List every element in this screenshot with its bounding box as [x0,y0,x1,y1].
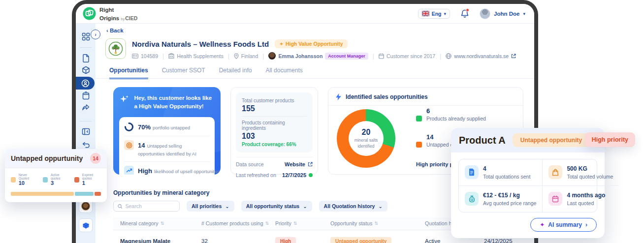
cell-mineral-category: Magnesium Malate [120,238,201,243]
calendar-icon [548,192,562,206]
insight-value: High [138,167,152,175]
legend-label: Products already supplied [426,116,486,122]
organization-logo-icon [81,202,90,211]
sidebar-item-collapse-panel[interactable] [76,128,96,135]
legend-swatch [43,177,48,182]
chevron-down-icon: ▾ [444,11,447,16]
location-pin-icon [234,53,239,59]
language-selector[interactable]: Eng ▾ [418,9,450,19]
ai-insight-card: Hey, this customer looks like a High Val… [113,87,221,175]
search-input[interactable] [126,203,175,209]
stat-value: €12 - €15 / kg [483,192,536,199]
back-button[interactable]: ‹ Back [106,28,124,33]
user-avatar [480,8,490,19]
tab-opportunities[interactable]: Opportunities [109,67,148,79]
user-menu[interactable]: John Doe ▾ [480,8,525,19]
insight-label: portfolio untapped [153,125,190,130]
progress-ring-icon [124,122,134,132]
insight-row-upsell: Highlikelihood of upsell opportunities [124,161,210,175]
money-bag-icon [465,192,479,206]
column-header[interactable]: Priority⇅ [275,220,330,226]
customer-website-link[interactable]: www.nordivanaturals.se [446,53,516,59]
tab-all-documents[interactable]: All documents [265,67,302,79]
stat-label: Total quoted volume [567,174,613,180]
tab-customer-ssot[interactable]: Customer SSOT [162,67,205,79]
sidebar-item-archive[interactable] [76,91,96,100]
meta-separator: | [440,53,441,60]
sidebar-item-undo[interactable] [76,142,96,148]
data-source-value: Website [285,161,305,167]
legend-swatch [11,177,16,182]
filter-label: All priorities [192,203,222,209]
account-manager-role-badge: Account Manager [325,53,368,60]
uk-flag-icon [422,11,429,16]
sidebar-item-share[interactable] [76,104,96,111]
high-value-icon: ✦ [279,41,284,47]
insight-value: 14 [138,142,145,149]
ai-summary-button[interactable]: ✦ AI summary › [530,218,597,232]
bar-segment-never-quoted [11,192,74,196]
popup-header: Untapped oppurtunity 14 [5,149,107,168]
filter-quotation-history[interactable]: All Quotation history⌄ [319,201,387,212]
chevron-down-icon: ⌄ [225,204,229,209]
legend-label: Expired quotes [82,173,101,180]
sales-card-header: Identified sales opportunities [328,88,523,106]
legend-label: Active quotes [51,173,67,180]
sidebar-item-customers-active[interactable] [76,77,95,90]
sidebar-item-cube-app[interactable] [79,218,93,232]
table-search[interactable] [113,201,180,212]
legend-item-supplied: 6 Products already supplied [416,107,486,122]
sidebar-item-documents[interactable] [76,54,96,62]
meta-separator: | [228,53,229,60]
column-header[interactable]: Mineral category⇅ [120,220,201,226]
customer-profile-icon [81,79,90,88]
tab-detailed-info[interactable]: Detailed info [219,67,252,79]
donut-center-value: 20 [362,128,371,137]
brand-icon [83,7,96,20]
sort-icon: ⇅ [293,221,297,226]
cell-last-quoted: 24/12/2025 [484,238,523,243]
back-label: Back [110,28,124,33]
tree-logo-icon [108,41,124,57]
status-dot [309,173,313,177]
sidebar-expand-button[interactable]: › [91,30,100,39]
customer-meta: 104589 | Health Supplements | Finland | [132,52,516,60]
ingredients-label: Products containing ingredients [242,120,307,131]
filter-priorities[interactable]: All priorities⌄ [187,201,234,212]
brand-logo: Right OriginsbyCIED [83,5,137,22]
chevron-down-icon: ⌄ [303,204,307,209]
stat-label: Total quotations sent [483,174,530,180]
customer-products-card: Total customer products 155 Products con… [230,87,318,175]
high-value-badge: ✦High Value Opportunity [275,39,347,48]
high-value-label: High Value Opportunity [286,41,343,47]
column-header[interactable]: # Customer products using⇅ [201,220,275,226]
total-products-value: 155 [242,104,307,113]
customer-since-value: Customer since 2017 [386,53,435,59]
data-source-link[interactable]: Website [285,161,313,167]
sparkle-icon [119,94,129,105]
dashboard-grid-icon [82,32,90,41]
donut-chart: 20 mineral salts identified [337,109,395,168]
popup-body: Never Quoted 10 Active quotes 3 Expired … [5,168,107,202]
legend-value: 1 [82,180,101,186]
bar-segment-active-quotes [75,192,94,196]
screenshot-stage: Right OriginsbyCIED Eng ▾ [0,0,644,243]
stacked-bar-chart [11,192,101,196]
ingredients-value: 103 [242,132,307,141]
account-manager-avatar [268,52,276,60]
data-source-row: Data source Website [236,161,313,167]
column-header[interactable]: Opportunity status⇅ [330,220,425,226]
chevron-down-icon: ▾ [523,11,525,16]
notifications-button[interactable] [461,9,469,18]
sidebar [76,24,96,243]
filter-opportunity-status[interactable]: All opportunity status⌄ [241,201,312,212]
meta-separator: | [162,53,164,60]
calendar-icon [379,53,384,59]
sidebar-item-products[interactable] [76,66,96,74]
total-products-label: Total customer products [242,98,307,103]
insight-row-portfolio: 70%portfolio untapped [124,118,210,136]
undo-arrow-icon [82,142,90,148]
sidebar-divider [80,47,92,48]
share-arrow-icon [82,104,90,111]
customer-header: Nordiva Naturals – Wellness Foods Ltd ✦H… [105,38,516,60]
